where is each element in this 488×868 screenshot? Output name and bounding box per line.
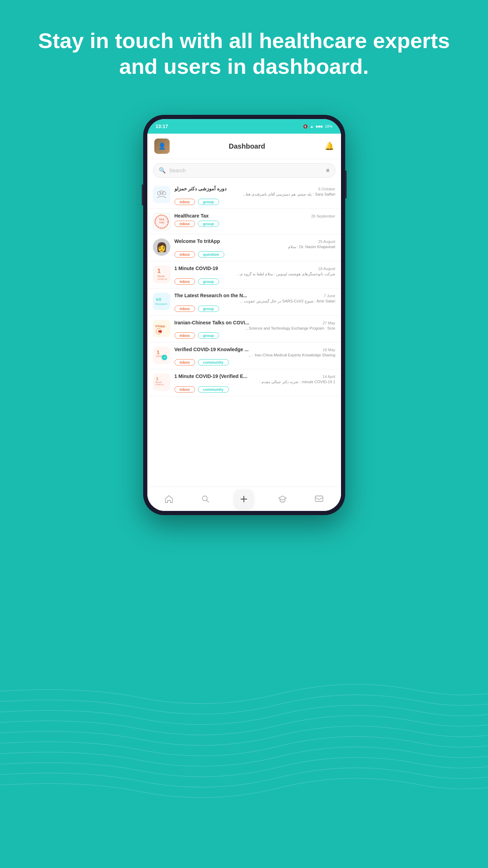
item-date: 7 June bbox=[324, 294, 335, 298]
tag-group[interactable]: group bbox=[198, 332, 219, 339]
search-icon: 🔍 bbox=[159, 167, 166, 174]
item-body: Iranian-Chinese Talks on COVI... 27 May … bbox=[175, 320, 335, 339]
list-item[interactable]: TAX TIME Healthcare Tax 26 September bbox=[147, 209, 341, 234]
filter-icon[interactable]: ≡ bbox=[326, 167, 329, 174]
nav-home[interactable] bbox=[161, 491, 177, 507]
item-date: 18 May bbox=[323, 348, 335, 352]
tag-community[interactable]: community bbox=[198, 386, 229, 393]
list-item[interactable]: 1 COVID ✓ Verified COVID-19 Knowledge ..… bbox=[147, 342, 341, 369]
item-row1: دوره آموزشی دکتر حمزلو 6 October bbox=[175, 186, 335, 191]
status-time: 13:17 bbox=[156, 124, 168, 129]
svg-text:1: 1 bbox=[157, 268, 161, 274]
tag-inbox[interactable]: inbox bbox=[175, 359, 195, 365]
tag-inbox[interactable]: inbox bbox=[175, 221, 195, 227]
signal-icon: ■■■ bbox=[316, 124, 323, 128]
item-date: 6 October bbox=[318, 187, 335, 191]
hero-line1: Stay in touch with all healthcare expert… bbox=[38, 29, 450, 53]
item-subtitle: Dr. Nasim Khajavirad : سلام bbox=[175, 245, 335, 249]
item-date: 25 August bbox=[318, 239, 335, 244]
tag-group[interactable]: group bbox=[198, 306, 219, 312]
svg-point-1 bbox=[162, 191, 166, 195]
tag-group[interactable]: group bbox=[198, 278, 219, 285]
svg-text:Minute: Minute bbox=[157, 275, 165, 277]
item-logo-person: 👩 bbox=[153, 238, 170, 256]
tag-inbox[interactable]: inbox bbox=[175, 199, 195, 205]
item-title: The Latest Research on the N... bbox=[175, 293, 247, 298]
svg-text:COVID-19: COVID-19 bbox=[157, 278, 167, 280]
item-subtitle: Sara Saffari : بله چشم. هم دسترسی آقای ن… bbox=[175, 192, 335, 197]
item-title: Welcome To tritApp bbox=[175, 238, 220, 244]
tag-inbox[interactable]: inbox bbox=[175, 306, 195, 312]
nav-messages[interactable] bbox=[311, 491, 327, 507]
list-item[interactable]: tritapp 🇨🇳 Iranian-Chinese Talks on COVI… bbox=[147, 316, 341, 342]
tag-inbox[interactable]: inbox bbox=[175, 332, 195, 339]
item-row1: Iranian-Chinese Talks on COVI... 27 May bbox=[175, 320, 335, 325]
dashboard-list: دوره آموزشی دکتر حمزلو 6 October Sara Sa… bbox=[147, 182, 341, 487]
item-subtitle: 1 minute COVID-19 : تجربه دکتر جمالی مقد… bbox=[175, 380, 335, 384]
item-tags: inbox group bbox=[175, 332, 335, 339]
search-bar[interactable]: 🔍 Search ≡ bbox=[153, 163, 335, 177]
svg-text:Minute: Minute bbox=[155, 381, 162, 383]
item-title: Verified COVID-19 Knowledge ... bbox=[175, 347, 249, 352]
tag-inbox[interactable]: inbox bbox=[175, 251, 195, 258]
list-item[interactable]: 👩 Welcome To tritApp 25 August Dr. Nasim… bbox=[147, 234, 341, 261]
item-logo-trit: trit Research bbox=[153, 293, 170, 310]
svg-text:tritapp: tritapp bbox=[155, 324, 165, 328]
item-body: Verified COVID-19 Knowledge ... 18 May I… bbox=[175, 347, 335, 365]
nav-search[interactable] bbox=[198, 491, 213, 507]
item-subtitle: Iran-China Medical Experts Knowledge Sha… bbox=[175, 353, 335, 357]
tag-inbox[interactable]: inbox bbox=[175, 386, 195, 393]
app-header: 👤 Dashboard 🔔 bbox=[147, 134, 341, 159]
svg-text:TIME: TIME bbox=[158, 221, 164, 224]
wifi-icon: ▲ bbox=[310, 124, 314, 128]
item-subtitle: Science and Technology Exchange Program … bbox=[175, 326, 335, 330]
item-logo-covid: 1 Minute COVID-19 bbox=[153, 266, 170, 283]
item-subtitle: Amir Salari : شیوع SARS-CoV2 در حال گستر… bbox=[175, 299, 335, 303]
svg-text:TAX: TAX bbox=[159, 218, 164, 221]
svg-rect-11 bbox=[154, 294, 169, 309]
mute-icon: 🔇 bbox=[303, 124, 308, 129]
item-tags: inbox community bbox=[175, 386, 335, 393]
item-body: 1 Minute COVID-19 (Verified E... 14 Apri… bbox=[175, 373, 335, 393]
hero-line2: and users in dashboard. bbox=[119, 54, 369, 78]
item-tags: inbox question bbox=[175, 251, 335, 258]
item-row1: 1 Minute COVID-19 18 August bbox=[175, 266, 335, 271]
hero-text: Stay in touch with all healthcare expert… bbox=[0, 0, 488, 94]
nav-add-button[interactable] bbox=[234, 490, 253, 508]
item-logo-tritapp: tritapp 🇨🇳 bbox=[153, 320, 170, 337]
item-row1: Verified COVID-19 Knowledge ... 18 May bbox=[175, 347, 335, 352]
svg-rect-28 bbox=[315, 496, 323, 502]
list-item[interactable]: 1 Minute COVID-19 1 Minute COVID-19 18 A… bbox=[147, 261, 341, 289]
item-date: 26 September bbox=[311, 214, 335, 218]
avatar[interactable]: 👤 bbox=[154, 139, 170, 154]
tag-group[interactable]: group bbox=[198, 199, 219, 205]
header-title: Dashboard bbox=[229, 142, 265, 150]
item-tags: inbox group bbox=[175, 306, 335, 312]
svg-rect-14 bbox=[154, 321, 169, 336]
notification-bell-icon[interactable]: 🔔 bbox=[325, 142, 334, 151]
item-title: 1 Minute COVID-19 bbox=[175, 266, 218, 271]
tag-group[interactable]: group bbox=[198, 221, 219, 227]
bottom-nav bbox=[147, 487, 341, 511]
item-date: 18 August bbox=[318, 267, 335, 271]
svg-text:1: 1 bbox=[156, 377, 158, 381]
svg-point-2 bbox=[160, 191, 163, 194]
svg-text:1: 1 bbox=[157, 349, 160, 355]
tag-inbox[interactable]: inbox bbox=[175, 278, 195, 285]
item-row1: 1 Minute COVID-19 (Verified E... 14 Apri… bbox=[175, 373, 335, 379]
tag-community[interactable]: community bbox=[198, 359, 229, 365]
search-input[interactable]: Search bbox=[169, 167, 326, 173]
list-item[interactable]: 1 Minute COVID-19 1 Minute COVID-19 (Ver… bbox=[147, 369, 341, 396]
list-item[interactable]: trit Research The Latest Research on the… bbox=[147, 289, 341, 316]
item-body: 1 Minute COVID-19 18 August شرکت نانوحسگ… bbox=[175, 266, 335, 285]
item-tags: inbox group bbox=[175, 199, 335, 205]
svg-text:✓: ✓ bbox=[163, 355, 166, 359]
list-item[interactable]: دوره آموزشی دکتر حمزلو 6 October Sara Sa… bbox=[147, 182, 341, 209]
app-content: 👤 Dashboard 🔔 🔍 Search ≡ bbox=[147, 134, 341, 511]
tag-question[interactable]: question bbox=[198, 251, 224, 258]
item-tags: inbox group bbox=[175, 221, 335, 227]
status-bar: 13:17 🔇 ▲ ■■■ 18% bbox=[147, 119, 341, 134]
item-title: دوره آموزشی دکتر حمزلو bbox=[175, 186, 227, 191]
nav-education[interactable] bbox=[275, 491, 290, 507]
item-title: Iranian-Chinese Talks on COVI... bbox=[175, 320, 249, 325]
